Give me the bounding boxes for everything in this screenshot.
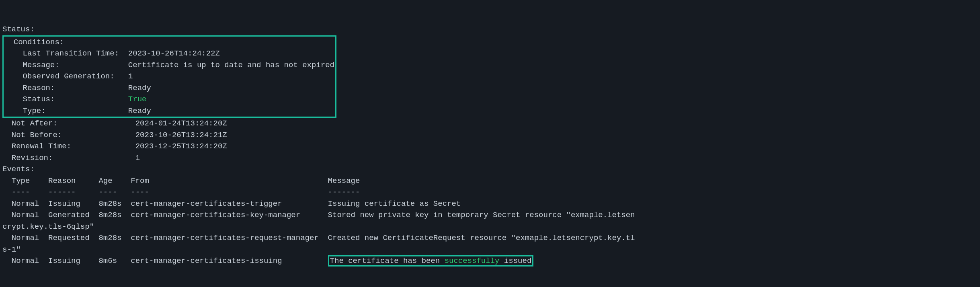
event-row-from: cert-manager-certificates-key-manager	[131, 211, 300, 219]
status-inner-value: True	[128, 95, 147, 104]
reason-value: Ready	[128, 84, 151, 92]
event-row-message: Created new CertificateRequest resource …	[328, 234, 635, 242]
not-before-value: 2023-10-26T13:24:21Z	[135, 131, 227, 139]
revision-value: 1	[135, 154, 140, 162]
event-row-message-success: successfully	[445, 256, 500, 265]
events-header-reason: Reason	[48, 176, 76, 185]
events-header-type: Type	[2, 176, 30, 185]
type-value: Ready	[128, 107, 151, 115]
events-divider-from: ----	[131, 188, 149, 197]
events-divider-age: ----	[98, 188, 117, 197]
event-row-from: cert-manager-certificates-request-manage…	[131, 234, 318, 242]
events-label: Events:	[2, 165, 35, 174]
event-row-message: Stored new private key in temporary Secr…	[328, 211, 635, 219]
event-row-from: cert-manager-certificates-trigger	[131, 199, 282, 208]
type-label: Type:	[4, 107, 46, 115]
event-row-reason: Generated	[48, 211, 90, 219]
success-message-box: The certificate has been successfully is…	[328, 255, 534, 266]
last-transition-time-label: Last Transition Time:	[4, 49, 119, 58]
event-row-reason: Issuing	[48, 199, 80, 208]
event-row-age: 8m28s	[98, 211, 121, 219]
events-divider-reason: ------	[48, 188, 76, 197]
event-row-type: Normal	[2, 234, 39, 242]
event-row-age: 8m28s	[98, 199, 121, 208]
observed-generation-value: 1	[128, 72, 133, 81]
not-before-label: Not Before:	[2, 131, 62, 139]
event-row-type: Normal	[2, 256, 39, 265]
events-divider-message: -------	[328, 188, 360, 197]
event-row-reason: Issuing	[48, 256, 80, 265]
revision-label: Revision:	[2, 154, 53, 162]
not-after-value: 2024-01-24T13:24:20Z	[135, 119, 227, 128]
event-row-message: Issuing certificate as Secret	[328, 199, 461, 208]
message-label: Message:	[4, 61, 59, 70]
renewal-time-value: 2023-12-25T13:24:20Z	[135, 142, 227, 151]
event-row-from: cert-manager-certificates-issuing	[131, 256, 282, 265]
event-row-reason: Requested	[48, 234, 90, 242]
event-row-type: Normal	[2, 211, 39, 219]
events-header-age: Age	[98, 176, 112, 185]
reason-label: Reason:	[4, 84, 55, 92]
event-row-age: 8m6s	[98, 256, 117, 265]
renewal-time-label: Renewal Time:	[2, 142, 71, 151]
events-divider-type: ----	[2, 188, 30, 197]
not-after-label: Not After:	[2, 119, 57, 128]
message-value: Certificate is up to date and has not ex…	[128, 61, 334, 70]
event-row-message-wrap: s-1"	[2, 245, 21, 254]
status-heading: Status:	[2, 25, 35, 34]
observed-generation-label: Observed Generation:	[4, 72, 115, 81]
event-row-type: Normal	[2, 199, 39, 208]
events-header-from: From	[131, 176, 149, 185]
status-inner-label: Status:	[4, 95, 55, 104]
event-row-message-wrap: crypt.key.tls-6qlsp"	[2, 222, 94, 231]
conditions-box: Conditions: Last Transition Time: 2023-1…	[2, 35, 336, 118]
event-row-age: 8m28s	[98, 234, 121, 242]
events-header-message: Message	[328, 176, 360, 185]
last-transition-time-value: 2023-10-26T14:24:22Z	[128, 49, 220, 58]
event-row-message-p1: The certificate has been	[330, 256, 445, 265]
conditions-label: Conditions:	[4, 38, 64, 47]
event-row-message-p2: issued	[499, 256, 531, 265]
